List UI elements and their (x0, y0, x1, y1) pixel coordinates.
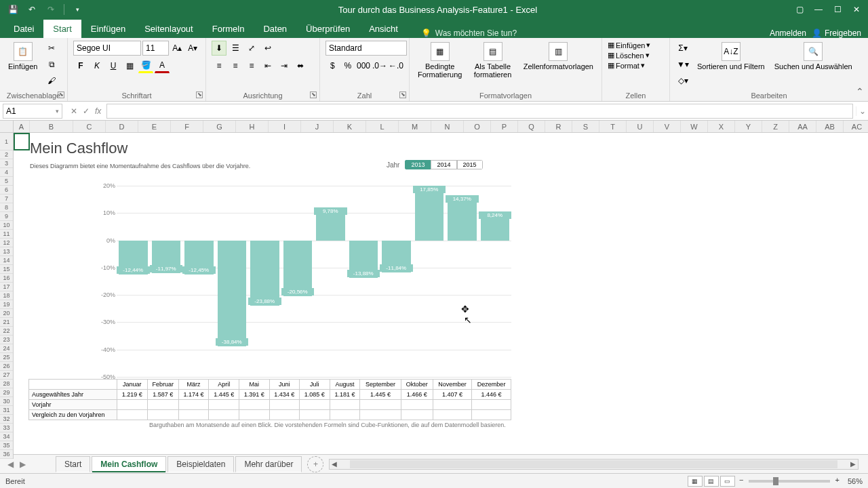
minimize-button[interactable]: — (810, 3, 827, 16)
year-button-2015[interactable]: 2015 (457, 160, 483, 169)
maximize-button[interactable]: ☐ (829, 3, 846, 16)
row-header-32[interactable]: 32 (0, 415, 13, 424)
paste-button[interactable]: 📋 Einfügen (5, 41, 40, 72)
row-header-26[interactable]: 26 (0, 362, 13, 371)
col-header-R[interactable]: R (545, 121, 572, 132)
sheet-tab-mein-cashflow[interactable]: Mein Cashflow (92, 456, 166, 472)
bar-Juli[interactable] (316, 214, 345, 240)
col-header-AC[interactable]: AC (844, 121, 868, 132)
col-header-I[interactable]: I (269, 121, 301, 132)
col-header-K[interactable]: K (334, 121, 366, 132)
tab-data[interactable]: Daten (254, 20, 296, 38)
row-header-16[interactable]: 16 (0, 274, 13, 283)
format-as-table-button[interactable]: ▤Als Tabelle formatieren (469, 41, 516, 80)
tab-formulas[interactable]: Formeln (203, 20, 254, 38)
align-middle-button[interactable]: ☰ (228, 41, 243, 56)
underline-button[interactable]: U (106, 58, 121, 73)
col-header-E[interactable]: E (138, 121, 171, 132)
increase-indent-button[interactable]: ⇥ (277, 58, 292, 73)
sort-filter-button[interactable]: A↓ZSortieren und Filtern (694, 41, 768, 72)
insert-cells-button[interactable]: ▦ Einfügen ▾ (608, 41, 664, 49)
italic-button[interactable]: K (90, 58, 104, 73)
row-header-29[interactable]: 29 (0, 388, 13, 397)
formula-input[interactable] (106, 104, 853, 119)
col-header-AB[interactable]: AB (816, 121, 844, 132)
row-header-2[interactable]: 2 (0, 150, 13, 159)
copy-button[interactable]: ⧉ (44, 57, 59, 72)
enter-formula-button[interactable]: ✓ (83, 106, 90, 116)
collapse-ribbon-button[interactable]: ⌃ (856, 86, 864, 97)
col-header-A[interactable]: A (14, 121, 30, 132)
row-header-34[interactable]: 34 (0, 432, 13, 441)
hscroll-thumb[interactable] (350, 460, 837, 468)
borders-button[interactable]: ▦ (122, 58, 137, 73)
orientation-button[interactable]: ⤢ (244, 41, 259, 56)
tab-file[interactable]: Datei (4, 20, 43, 38)
row-header-12[interactable]: 12 (0, 239, 13, 247)
year-button-2013[interactable]: 2013 (405, 160, 431, 169)
col-header-D[interactable]: D (106, 121, 138, 132)
row-header-19[interactable]: 19 (0, 300, 13, 309)
fx-button[interactable]: fx (95, 106, 101, 116)
cancel-formula-button[interactable]: ✕ (71, 106, 77, 116)
col-header-X[interactable]: X (708, 121, 735, 132)
sheet-tab-beispieldaten[interactable]: Beispieldaten (167, 456, 234, 472)
row-header-10[interactable]: 10 (0, 221, 13, 230)
row-header-11[interactable]: 11 (0, 230, 13, 239)
col-header-M[interactable]: M (399, 121, 431, 132)
align-right-button[interactable]: ≡ (244, 58, 259, 73)
zoom-slider[interactable] (749, 480, 830, 483)
row-header-9[interactable]: 9 (0, 212, 13, 221)
row-header-33[interactable]: 33 (0, 424, 13, 432)
row-header-7[interactable]: 7 (0, 195, 13, 203)
row-header-22[interactable]: 22 (0, 327, 13, 336)
tab-page-layout[interactable]: Seitenlayout (135, 20, 203, 38)
row-header-35[interactable]: 35 (0, 441, 13, 450)
horizontal-scrollbar[interactable]: ◀ ▶ (329, 459, 859, 470)
col-header-N[interactable]: N (431, 121, 464, 132)
row-header-14[interactable]: 14 (0, 256, 13, 265)
font-color-button[interactable]: A (155, 58, 170, 73)
col-header-AA[interactable]: AA (789, 121, 816, 132)
row-header-13[interactable]: 13 (0, 247, 13, 256)
col-header-F[interactable]: F (171, 121, 203, 132)
row-header-21[interactable]: 21 (0, 318, 13, 327)
format-painter-button[interactable]: 🖌 (44, 73, 59, 88)
col-header-W[interactable]: W (681, 121, 708, 132)
sheet-nav-next[interactable]: ▶ (16, 460, 28, 469)
row-header-3[interactable]: 3 (0, 159, 13, 168)
col-header-J[interactable]: J (301, 121, 334, 132)
normal-view-button[interactable]: ▦ (688, 476, 703, 487)
undo-button[interactable]: ↶ (24, 3, 39, 16)
merge-button[interactable]: ⬌ (293, 58, 308, 73)
align-left-button[interactable]: ≡ (212, 58, 226, 73)
page-break-view-button[interactable]: ▭ (720, 476, 735, 487)
bold-button[interactable]: F (73, 58, 88, 73)
comma-button[interactable]: 000 (356, 58, 371, 73)
col-header-O[interactable]: O (464, 121, 491, 132)
autosum-button[interactable]: Σ▾ (675, 41, 690, 56)
row-header-23[interactable]: 23 (0, 336, 13, 344)
row-header-15[interactable]: 15 (0, 265, 13, 274)
delete-cells-button[interactable]: ▦ Löschen ▾ (608, 51, 664, 60)
col-header-G[interactable]: G (203, 121, 236, 132)
fill-button[interactable]: ▼▾ (675, 57, 690, 72)
col-header-T[interactable]: T (599, 121, 627, 132)
page-layout-view-button[interactable]: ▤ (704, 476, 719, 487)
clipboard-dialog-launcher[interactable]: ⬊ (58, 92, 64, 98)
tellme-search[interactable]: 💡 Was möchten Sie tun? (421, 28, 770, 38)
align-center-button[interactable]: ≡ (228, 58, 243, 73)
row-header-8[interactable]: 8 (0, 203, 13, 212)
name-box-input[interactable] (6, 106, 56, 116)
tab-view[interactable]: Ansicht (359, 20, 408, 38)
row-header-36[interactable]: 36 (0, 450, 13, 459)
col-header-C[interactable]: C (73, 121, 106, 132)
align-top-button[interactable]: ⬆ (212, 41, 226, 56)
row-header-18[interactable]: 18 (0, 291, 13, 300)
hscroll-right[interactable]: ▶ (848, 460, 858, 468)
zoom-thumb[interactable] (773, 477, 778, 485)
decrease-font-button[interactable]: A▾ (186, 41, 200, 56)
format-cells-button[interactable]: ▦ Format ▾ (608, 61, 664, 70)
decrease-indent-button[interactable]: ⇤ (260, 58, 275, 73)
col-header-H[interactable]: H (236, 121, 269, 132)
